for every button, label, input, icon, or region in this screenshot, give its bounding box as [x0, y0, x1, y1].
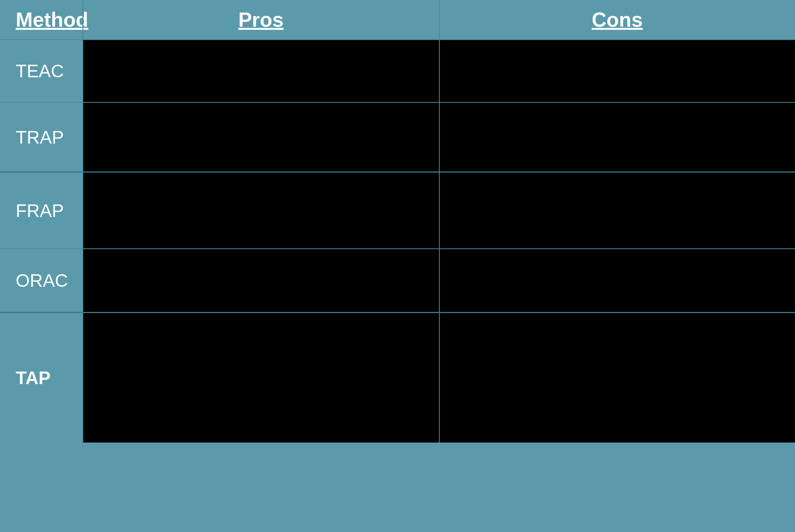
- table-row: FRAP: [0, 173, 795, 249]
- tap-cons-cell: [439, 313, 795, 443]
- trap-cons-cell: [439, 103, 795, 171]
- trap-pros-cell: [82, 103, 439, 171]
- group-tap: TAP: [0, 313, 795, 443]
- orac-method-cell: ORAC: [0, 262, 82, 299]
- orac-pros-cell: [82, 249, 439, 312]
- table-row: TEAC: [0, 40, 795, 103]
- group-teac-trap: TEAC TRAP: [0, 40, 795, 173]
- orac-method-label: ORAC: [0, 262, 76, 299]
- table-header: Method Pros Cons: [0, 0, 795, 40]
- table-row: ORAC: [0, 249, 795, 312]
- frap-method-label: FRAP: [0, 192, 72, 229]
- trap-method-cell: TRAP: [0, 119, 82, 156]
- table-row: TRAP: [0, 103, 795, 171]
- header-method: Method: [0, 0, 82, 39]
- frap-cons-cell: [439, 173, 795, 248]
- tap-method-cell: TAP: [0, 359, 82, 396]
- teac-cons-cell: [439, 40, 795, 102]
- orac-cons-cell: [439, 249, 795, 312]
- frap-pros-cell: [82, 173, 439, 248]
- table-body: TEAC TRAP FRAP: [0, 40, 795, 532]
- tap-pros-cell: [82, 313, 439, 443]
- tap-method-label: TAP: [0, 359, 58, 396]
- trap-method-label: TRAP: [0, 119, 72, 156]
- group-frap-orac: FRAP ORAC: [0, 173, 795, 313]
- teac-pros-cell: [82, 40, 439, 102]
- teac-method-cell: TEAC: [0, 53, 82, 89]
- header-cons: Cons: [439, 0, 795, 39]
- table-row: TAP: [0, 313, 795, 443]
- frap-method-cell: FRAP: [0, 192, 82, 229]
- teac-method-label: TEAC: [0, 53, 72, 89]
- comparison-table: Method Pros Cons TEAC TRAP: [0, 0, 795, 532]
- header-pros: Pros: [82, 0, 439, 39]
